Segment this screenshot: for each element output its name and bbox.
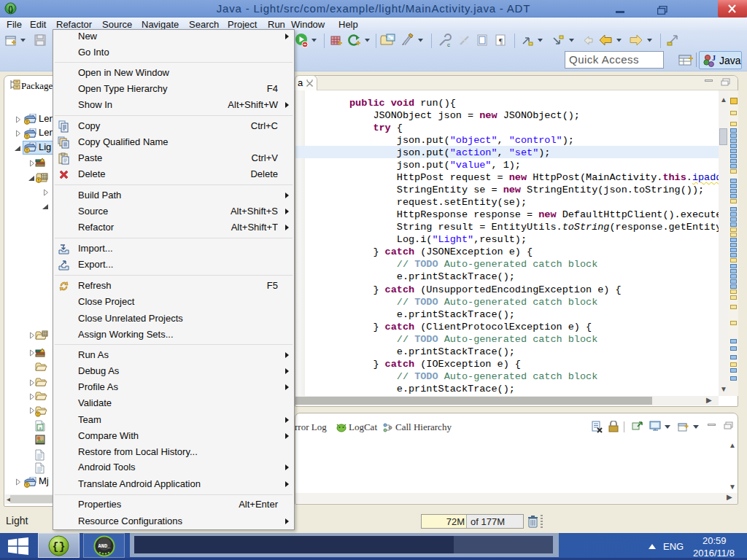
svg-text:{}: {}: [52, 541, 65, 553]
svg-text:¶: ¶: [499, 36, 503, 45]
svg-text:J: J: [712, 54, 716, 62]
svg-text:AND_: AND_: [98, 543, 112, 549]
svg-text:c: c: [447, 42, 450, 47]
